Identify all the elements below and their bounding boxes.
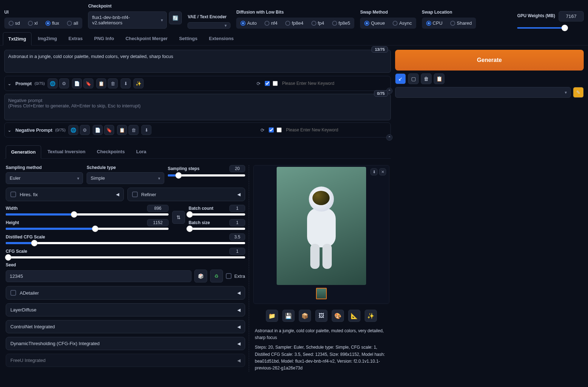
hires-fix-accordion[interactable]: Hires. fix ◀ [6,188,124,201]
checkpoint-dropdown[interactable]: flux1-dev-bnb-nf4-v2.safetensors▼ [88,11,167,29]
dcfg-value[interactable]: 3.5 [229,233,245,241]
subtab-lora[interactable]: Lora [131,145,151,158]
gear-icon[interactable]: ⚙ [80,125,90,135]
layerdiffuse-accordion[interactable]: LayerDiffuse ◀ [6,303,245,316]
batch-size-slider[interactable] [189,228,245,230]
tab-settings[interactable]: Settings [174,32,202,45]
bookmark-icon[interactable]: 🔖 [104,125,114,135]
chevron-down-icon[interactable]: ⌄ [6,80,13,87]
clipboard-icon[interactable]: 📋 [434,73,444,84]
width-slider[interactable] [6,213,169,216]
neg-keyword-input[interactable] [285,126,389,134]
gear-icon[interactable]: ⚙ [59,78,69,88]
diffusion-radio-fp4[interactable]: fp4 [308,19,327,27]
freeu-accordion[interactable]: FreeU Integrated ◀ [6,354,245,367]
keyword-checkbox[interactable] [269,127,274,132]
schedule-dropdown[interactable]: Simple▼ [87,172,164,184]
batch-count-value[interactable]: 1 [229,205,245,212]
diffusion-radio-fp8e5[interactable]: fp8e5 [329,19,353,27]
keyword-checkbox-2[interactable] [273,81,278,86]
sparkle-icon[interactable]: ✨ [365,310,377,322]
batch-count-slider[interactable] [189,213,245,216]
neg-prompt-input[interactable]: Negative prompt (Press Ctrl+Enter to gen… [4,94,391,120]
refiner-checkbox[interactable] [132,192,138,197]
styles-dropdown[interactable]: ▼ [395,87,571,98]
tab-img2img[interactable]: Img2img [33,32,62,45]
read-icon[interactable]: 📄 [72,78,82,88]
chevron-down-icon[interactable]: ⌄ [6,127,13,133]
tab-txt2img[interactable]: Txt2img [3,32,31,45]
keyword-checkbox[interactable] [265,81,270,86]
gpu-weights-input[interactable] [559,11,584,21]
collapse-icon[interactable]: ⌃ [386,134,393,141]
cfg-slider[interactable] [6,256,245,258]
swap-dimensions-button[interactable]: ⇅ [172,211,185,224]
trash-icon[interactable]: 🗑 [128,125,139,135]
width-value[interactable]: 896 [147,205,169,212]
edit-styles-button[interactable]: ✎ [573,87,584,98]
download-image-icon[interactable]: ⬇ [370,168,378,175]
palette-icon[interactable]: 🎨 [332,310,344,322]
tab-extensions[interactable]: Extensions [204,32,239,45]
timer-icon[interactable]: ⟳ [259,125,266,135]
height-value[interactable]: 1152 [147,219,169,226]
random-seed-button[interactable]: 🎲 [194,270,207,282]
zip-icon[interactable]: 📦 [299,310,311,322]
subtab-textual-inversion[interactable]: Textual Inversion [43,145,91,158]
subtab-generation[interactable]: Generation [6,145,41,159]
bookmark-icon[interactable]: 🔖 [83,78,93,88]
copy-icon[interactable]: 📋 [96,78,106,88]
folder-icon[interactable]: 📁 [266,310,278,322]
diffusion-radio-fp8e4[interactable]: fp8e4 [282,19,306,27]
swap-method-queue[interactable]: Queue [361,19,388,27]
translate-icon[interactable]: 🌐 [68,125,78,135]
diffusion-radio-auto[interactable]: Auto [238,19,259,27]
read-icon[interactable]: 📄 [93,125,103,135]
adetailer-accordion[interactable]: ADetailer ◀ [6,286,245,300]
timer-icon[interactable]: ⟳ [255,78,262,88]
prompt-input[interactable]: Astronaut in a jungle, cold color palett… [4,50,391,73]
keyword-input[interactable] [281,79,389,87]
ui-radio-xl[interactable]: xl [25,19,40,27]
refiner-accordion[interactable]: Refiner ◀ [127,188,246,201]
swap-location-cpu[interactable]: CPU [423,19,445,27]
keyword-checkbox-2[interactable] [277,127,282,132]
batch-size-value[interactable]: 1 [229,219,245,226]
generate-button[interactable]: Generate [395,50,584,71]
output-image[interactable] [277,167,366,285]
download-icon[interactable]: ⬇ [141,125,151,135]
gpu-weights-slider[interactable] [517,27,567,29]
tab-extras[interactable]: Extras [63,32,88,45]
trash-icon[interactable]: 🗑 [421,73,432,84]
save-icon[interactable]: 💾 [282,310,295,322]
vae-dropdown[interactable]: ▼ [188,22,230,29]
controlnet-accordion[interactable]: ControlNet Integrated ◀ [6,320,245,333]
swap-location-shared[interactable]: Shared [447,19,475,27]
output-thumbnail[interactable] [316,288,327,299]
close-image-icon[interactable]: ✕ [379,168,386,175]
steps-value[interactable]: 20 [229,165,245,172]
copy-icon[interactable]: 📋 [117,125,127,135]
image-icon[interactable]: 🖼 [315,310,327,322]
cfg-value[interactable]: 1 [229,248,245,255]
tab-pnginfo[interactable]: PNG Info [89,32,119,45]
reuse-seed-button[interactable]: ♻ [210,270,223,282]
sampling-method-dropdown[interactable]: Euler▼ [6,172,83,184]
refresh-checkpoint-button[interactable]: 🔄 [169,11,182,24]
steps-slider[interactable] [168,174,245,176]
dcfg-slider[interactable] [6,242,245,244]
diffusion-radio-nf4[interactable]: nf4 [262,19,280,27]
trash-icon[interactable]: 🗑 [108,78,118,88]
ui-radio-flux[interactable]: flux [43,19,62,27]
seed-input[interactable] [6,270,191,282]
hires-checkbox[interactable] [10,192,16,197]
ruler-icon[interactable]: 📐 [348,310,360,322]
dynthresh-accordion[interactable]: DynamicThresholding (CFG-Fix) Integrated… [6,337,245,350]
ui-radio-all[interactable]: all [64,19,81,27]
subtab-checkpoints[interactable]: Checkpoints [92,145,130,158]
translate-icon[interactable]: 🌐 [48,78,58,88]
magic-icon[interactable]: ✨ [133,78,144,88]
ui-radio-sd[interactable]: sd [6,19,23,27]
tab-ckpt-merger[interactable]: Checkpoint Merger [121,32,173,45]
extra-checkbox[interactable] [226,273,232,279]
